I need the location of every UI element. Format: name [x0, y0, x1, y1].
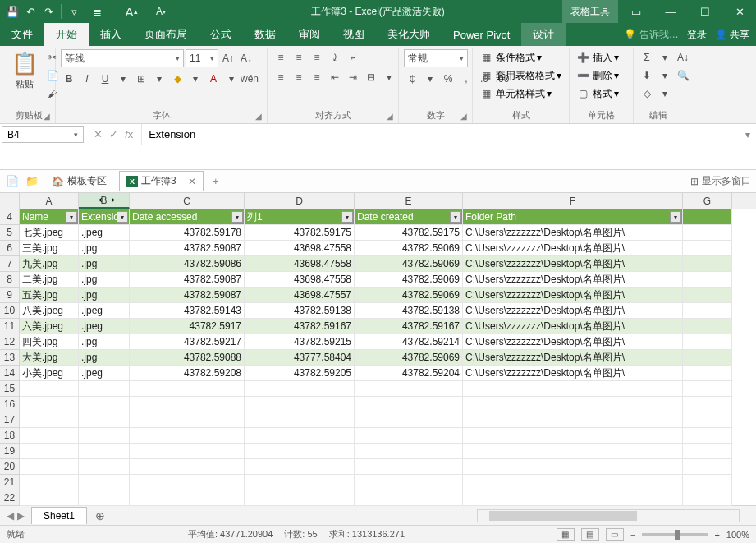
sum-icon[interactable]: Σ	[639, 49, 655, 66]
table-header[interactable]: Folder Path▾	[463, 209, 683, 225]
cell[interactable]: 43782.59214	[355, 334, 463, 350]
font-shrink-icon[interactable]: A↓	[238, 50, 254, 67]
dialog-launcher-icon[interactable]: ◢	[255, 112, 265, 122]
cell[interactable]	[79, 397, 130, 412]
table-header[interactable]: Date accessed▾	[130, 209, 245, 225]
cell[interactable]	[463, 428, 683, 444]
row-header[interactable]: 11	[0, 319, 19, 334]
cell[interactable]	[130, 397, 245, 412]
cell[interactable]: 43782.59143	[130, 303, 245, 319]
ribbon-display-icon[interactable]: ▭	[620, 0, 653, 23]
cell[interactable]: 43782.59087	[130, 288, 245, 303]
view-normal-icon[interactable]: ▦	[557, 528, 575, 541]
table-header[interactable]: Name▾	[20, 209, 79, 225]
cell[interactable]	[130, 381, 245, 397]
cell[interactable]: 43782.59217	[130, 334, 245, 350]
cell[interactable]	[683, 428, 732, 444]
fx-icon[interactable]: fx	[125, 128, 133, 140]
table-row[interactable]: 九美.jpg.jpg43782.5908643698.4755843782.59…	[20, 256, 756, 272]
cell[interactable]: 八美.jpeg	[20, 303, 79, 319]
cell[interactable]	[20, 444, 79, 459]
cell[interactable]	[683, 490, 732, 506]
new-doc-icon[interactable]: 📄	[5, 174, 20, 189]
font-size-combo[interactable]: 11▾	[186, 49, 218, 67]
tab-home[interactable]: 开始	[44, 23, 89, 46]
cell[interactable]	[130, 490, 245, 506]
cell[interactable]: 43698.47558	[245, 256, 355, 272]
cell[interactable]	[355, 381, 463, 397]
cell[interactable]	[355, 428, 463, 444]
number-format-combo[interactable]: 常规▾	[404, 49, 468, 67]
dialog-launcher-icon[interactable]: ◢	[460, 112, 470, 122]
cell[interactable]: 43782.59088	[130, 350, 245, 366]
cell[interactable]: 43782.59086	[130, 256, 245, 272]
add-sheet-icon[interactable]: ⊕	[87, 509, 113, 522]
maximize-icon[interactable]: ☐	[689, 0, 722, 23]
cell[interactable]: 43698.47558	[245, 241, 355, 256]
cell[interactable]	[245, 475, 355, 490]
cell[interactable]: 二美.jpg	[20, 272, 79, 288]
table-row[interactable]: 八美.jpeg.jpeg43782.5914343782.5913843782.…	[20, 303, 756, 319]
table-row[interactable]: 五美.jpg.jpg43782.5908743698.4755743782.59…	[20, 288, 756, 303]
align-mid-icon[interactable]: ≡	[291, 49, 307, 66]
cell[interactable]: .jpeg	[79, 366, 130, 381]
cell[interactable]	[683, 225, 732, 241]
cell[interactable]	[683, 381, 732, 397]
add-tab-icon[interactable]: +	[208, 174, 223, 189]
zoom-slider[interactable]	[642, 533, 708, 536]
tab-review[interactable]: 审阅	[287, 23, 332, 46]
font-grow-icon[interactable]: A↑	[220, 50, 236, 67]
cell[interactable]	[355, 397, 463, 412]
font-name-combo[interactable]: 等线▾	[61, 49, 184, 67]
filter-icon[interactable]: ▾	[66, 211, 77, 223]
border-icon[interactable]: ⊞	[133, 71, 149, 87]
cell[interactable]	[130, 412, 245, 428]
font-inc-icon[interactable]: A▴	[124, 4, 139, 19]
col-header[interactable]: E	[355, 193, 463, 209]
cell[interactable]	[245, 381, 355, 397]
cell[interactable]: 43782.59069	[355, 256, 463, 272]
sheet-tab[interactable]: Sheet1	[31, 507, 87, 524]
doctab-workbook[interactable]: X工作簿3✕	[119, 171, 204, 191]
view-layout-icon[interactable]: ▤	[581, 528, 599, 541]
cell[interactable]	[20, 397, 79, 412]
share-button[interactable]: 👤 共享	[715, 28, 749, 42]
filter-icon[interactable]: ▾	[231, 211, 243, 223]
cell[interactable]: .jpeg	[79, 303, 130, 319]
cell[interactable]	[683, 350, 732, 366]
view-break-icon[interactable]: ▭	[606, 528, 624, 541]
cell[interactable]	[79, 412, 130, 428]
sheet-nav-next-icon[interactable]: ▶	[17, 510, 25, 522]
qat-icon2[interactable]: ≣	[89, 4, 104, 19]
cell[interactable]	[79, 428, 130, 444]
row-header[interactable]: 21	[0, 475, 19, 490]
cancel-fx-icon[interactable]: ✕	[94, 128, 103, 140]
row-header[interactable]: 10	[0, 303, 19, 319]
cell[interactable]: 43782.59138	[355, 303, 463, 319]
cell[interactable]: 43782.5917	[130, 319, 245, 334]
cell[interactable]: 43782.59175	[355, 225, 463, 241]
redo-icon[interactable]: ↷	[41, 4, 56, 19]
cell[interactable]: 43782.59175	[245, 225, 355, 241]
cell[interactable]	[683, 256, 732, 272]
filter-icon[interactable]: ▾	[670, 211, 681, 223]
close-icon[interactable]: ✕	[723, 0, 756, 23]
cell[interactable]: 43782.59205	[245, 366, 355, 381]
col-header[interactable]: C	[130, 193, 245, 209]
cell[interactable]	[355, 412, 463, 428]
cell[interactable]: 三美.jpg	[20, 241, 79, 256]
fill-icon[interactable]: ⬇	[639, 67, 655, 84]
cell[interactable]	[79, 475, 130, 490]
align-center-icon[interactable]: ≡	[291, 69, 307, 85]
cell[interactable]	[463, 412, 683, 428]
cell[interactable]	[463, 475, 683, 490]
expand-fx-icon[interactable]: ▾	[740, 124, 756, 145]
table-row[interactable]: 二美.jpg.jpg43782.5908743698.4755843782.59…	[20, 272, 756, 288]
cell[interactable]	[130, 428, 245, 444]
cell[interactable]	[683, 334, 732, 350]
cell[interactable]: 43782.59138	[245, 303, 355, 319]
cell[interactable]	[683, 397, 732, 412]
row-header[interactable]: 16	[0, 397, 19, 412]
cell[interactable]: .jpg	[79, 241, 130, 256]
align-bot-icon[interactable]: ≡	[309, 49, 325, 66]
